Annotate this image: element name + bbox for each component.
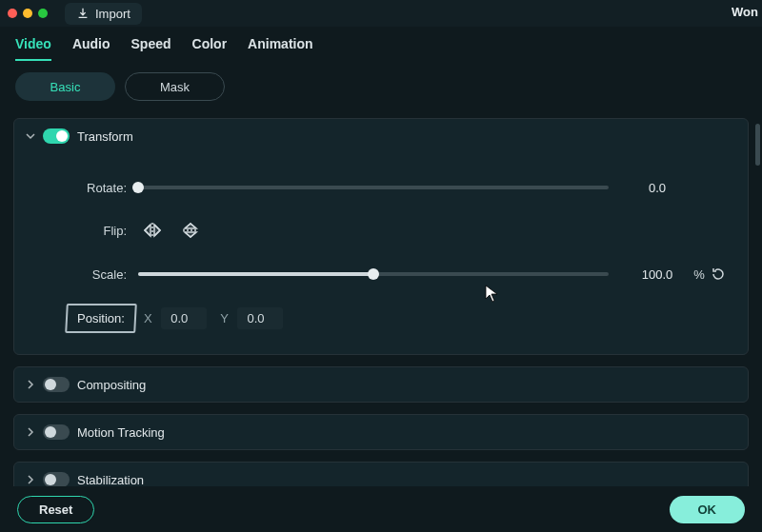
scale-value[interactable]: 100.0	[624, 267, 691, 282]
position-row: Position: X 0.0 Y 0.0	[62, 304, 729, 333]
panel-title: Motion Tracking	[77, 425, 165, 440]
reset-button[interactable]: Reset	[17, 496, 94, 523]
scale-label: Scale:	[62, 267, 138, 282]
close-window-button[interactable]	[8, 9, 17, 18]
import-icon	[76, 7, 90, 20]
stabilization-toggle[interactable]	[43, 472, 70, 487]
chevron-right-icon	[26, 380, 35, 389]
panel-compositing-header[interactable]: Compositing	[14, 367, 748, 402]
panel-motion-tracking: Motion Tracking	[13, 414, 749, 450]
motion-tracking-toggle[interactable]	[43, 424, 70, 440]
position-x-value[interactable]: 0.0	[161, 307, 207, 329]
panel-transform-header[interactable]: Transform	[14, 119, 748, 153]
tab-color[interactable]: Color	[192, 36, 228, 61]
panel-transform: Transform Rotate: 0.0 Flip:	[13, 118, 749, 355]
ok-button[interactable]: OK	[670, 496, 746, 523]
position-y-value[interactable]: 0.0	[237, 307, 283, 329]
tab-speed[interactable]: Speed	[131, 36, 171, 61]
subtab-mask[interactable]: Mask	[125, 72, 225, 101]
flip-row: Flip:	[62, 220, 729, 241]
tab-audio[interactable]: Audio	[72, 36, 110, 61]
rotate-value[interactable]: 0.0	[624, 181, 691, 195]
chevron-right-icon	[26, 475, 35, 484]
panel-title: Compositing	[77, 378, 146, 392]
position-label: Position:	[77, 311, 125, 325]
position-x-label: X	[144, 311, 152, 325]
panel-area: Transform Rotate: 0.0 Flip:	[0, 118, 762, 499]
import-button[interactable]: Import	[65, 3, 142, 25]
maximize-window-button[interactable]	[38, 9, 48, 18]
flip-vertical-icon[interactable]	[180, 220, 201, 241]
scrollbar-thumb[interactable]	[755, 124, 760, 166]
panel-title: Stabilization	[77, 473, 144, 487]
compositing-toggle[interactable]	[43, 377, 70, 392]
import-label: Import	[95, 7, 130, 21]
app-name-partial: Won	[732, 5, 758, 19]
scale-unit: %	[691, 267, 708, 282]
transform-toggle[interactable]	[43, 128, 70, 144]
window-controls	[8, 9, 48, 18]
minimize-window-button[interactable]	[23, 9, 32, 18]
chevron-down-icon	[26, 131, 35, 141]
position-label-box: Position:	[65, 304, 136, 333]
position-fields: X 0.0 Y 0.0	[144, 307, 284, 329]
scale-slider[interactable]	[138, 265, 609, 284]
titlebar: Import Won	[0, 0, 762, 27]
panel-compositing: Compositing	[13, 366, 749, 403]
panel-title: Transform	[77, 129, 133, 144]
subtab-basic[interactable]: Basic	[15, 72, 115, 101]
position-y-label: Y	[220, 311, 229, 325]
rotate-slider[interactable]	[138, 178, 609, 197]
main-tabs: Video Audio Speed Color Animation	[0, 27, 762, 61]
footer: Reset OK	[0, 486, 762, 532]
flip-horizontal-icon[interactable]	[142, 220, 163, 241]
rotate-label: Rotate:	[62, 181, 138, 195]
reset-icon[interactable]	[708, 264, 729, 285]
panel-transform-body: Rotate: 0.0 Flip:	[14, 153, 748, 354]
tab-video[interactable]: Video	[15, 36, 51, 61]
flip-label: Flip:	[62, 224, 138, 238]
panel-motion-tracking-header[interactable]: Motion Tracking	[14, 415, 748, 449]
sub-tabs: Basic Mask	[0, 61, 762, 118]
rotate-row: Rotate: 0.0	[62, 178, 729, 197]
chevron-right-icon	[26, 427, 35, 437]
tab-animation[interactable]: Animation	[248, 36, 312, 61]
scale-row: Scale: 100.0 %	[62, 264, 729, 285]
